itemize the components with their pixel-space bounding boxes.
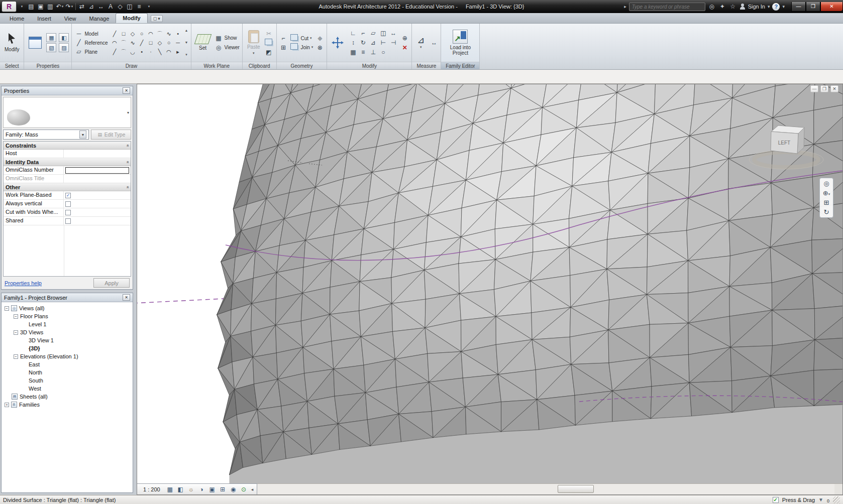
horizontal-scrollbar[interactable] [257,483,834,494]
pan-icon[interactable]: ⊞ [824,199,829,206]
measure-icon[interactable]: ⊿ [87,2,96,11]
help-dropdown-icon[interactable]: ▾ [782,4,785,9]
draw-tool-icon[interactable]: ╱ [138,39,146,47]
join-geometry-button[interactable]: Join▾ [290,43,313,51]
collapse-chevron-icon[interactable]: » [125,161,130,163]
text-icon[interactable]: A [106,2,115,11]
delete-icon[interactable]: ✕ [400,43,409,52]
draw-tool-icon[interactable]: • [174,30,182,38]
orbit-icon[interactable]: ↻ [824,208,829,216]
draw-tool-icon[interactable]: ◇ [129,30,137,38]
crop-view-icon[interactable]: ▣ [207,485,217,494]
apply-button[interactable]: Apply [93,278,130,288]
tree-item-south[interactable]: South [3,376,132,385]
project-browser-close-icon[interactable]: ✕ [123,294,130,301]
collapse-box-icon[interactable] [14,314,18,319]
view-minimize-icon[interactable]: — [810,85,818,92]
move-button[interactable] [330,36,346,49]
properties-palette-button[interactable] [27,36,44,49]
draw-tool-icon[interactable]: ⌒ [120,39,128,47]
visual-style-icon[interactable]: ◧ [176,485,185,494]
draw-panel-label[interactable]: Draw [72,62,190,69]
model-line-button[interactable]: ─Model [74,30,108,38]
type-selector-dropdown[interactable]: Family: Mass ▼ [3,130,89,140]
press-drag-checkbox[interactable] [773,497,779,503]
draw-tool-icon[interactable]: ╱ [111,48,119,56]
property-row-omniclass-title[interactable]: OmniClass Title [4,175,131,183]
tree-item-views[interactable]: ◎Views (all) [3,304,132,312]
collapse-chevron-icon[interactable]: » [125,186,130,188]
draw-tool-icon[interactable]: • [138,48,146,56]
tree-item-east[interactable]: East [3,360,132,368]
reference-plane-button[interactable]: ▱Plane [74,48,108,56]
modify-tool-icon[interactable]: ↕ [348,38,358,47]
default-3d-view-icon[interactable]: ◇ [116,2,125,11]
property-row-shared[interactable]: Shared [4,217,131,225]
search-input[interactable] [629,3,705,11]
clipboard-panel-label[interactable]: Clipboard [243,62,276,69]
scale-button[interactable]: 1 : 200 [139,485,164,494]
zoom-icon[interactable]: ⊕▾ [823,189,830,197]
app-menu-dropdown-icon[interactable]: ▾ [17,2,26,11]
qat-customize-icon[interactable]: ▾ [144,2,153,11]
draw-expand-icon[interactable]: ▾ [185,53,187,57]
demolish-icon[interactable]: ⊗ [315,43,324,52]
ribbon-display-toggle[interactable]: ◻ ▾ [151,15,163,22]
modify-tool-icon[interactable]: ∟ [348,29,358,38]
collapse-box-icon[interactable] [14,354,18,359]
collapse-chevron-icon[interactable]: » [125,144,130,147]
modify-tool-icon[interactable]: ≡ [358,48,368,57]
view-restore-icon[interactable]: ❐ [820,85,828,92]
sign-in-person-icon[interactable] [740,4,746,10]
property-row-cut-with-voids[interactable]: Cut with Voids Whe... [4,208,131,217]
view-close-icon[interactable]: ✕ [830,85,838,92]
preview-dropdown-icon[interactable]: ▾ [127,110,129,115]
viewcube-face-label[interactable]: LEFT [778,140,790,146]
full-navigation-wheel-icon[interactable]: ◎ [823,180,829,187]
tab-manage[interactable]: Manage [83,14,116,23]
other-section-header[interactable]: Other » [4,183,131,191]
minimize-button[interactable]: — [791,2,806,12]
tree-item-north[interactable]: North [3,368,132,376]
modify-tool-icon[interactable]: ⊣ [388,38,398,47]
property-row-always-vertical[interactable]: Always vertical [4,200,131,208]
select-panel-label[interactable]: Select [0,62,24,69]
show-work-plane-button[interactable]: ▦Show [215,34,240,42]
collapse-box-icon[interactable] [5,306,9,311]
draw-tool-icon[interactable]: ∿ [129,39,137,47]
tab-insert[interactable]: Insert [31,14,58,23]
draw-tool-icon[interactable]: ◇ [156,39,164,47]
modify-tool-icon[interactable]: ▱ [368,29,378,38]
type-properties-icon[interactable]: ◧ [59,33,69,42]
modify-panel-label[interactable]: Modify [327,62,411,69]
modify-tool-icon[interactable]: ○ [378,48,388,57]
draw-tool-icon[interactable]: · [147,48,155,56]
modify-tool-icon[interactable]: ↻ [358,38,368,47]
maximize-button[interactable]: ❐ [806,2,820,12]
omniclass-number-input[interactable] [65,167,129,174]
draw-scroll-down-icon[interactable]: ▼ [185,41,188,44]
draw-tool-icon[interactable]: □ [120,30,128,38]
sign-in-button[interactable]: Sign In [748,4,765,10]
sun-path-icon[interactable]: ☼ [186,485,196,494]
modify-tool-button[interactable]: Modify [3,32,21,53]
draw-tool-icon[interactable]: ◡ [129,48,137,56]
property-row-omniclass-number[interactable]: OmniClass Number [4,166,131,175]
expand-box-icon[interactable] [5,403,9,407]
redo-icon[interactable]: ↷▾ [65,2,74,11]
family-types-icon[interactable]: ▦ [46,33,56,42]
properties-panel-label[interactable]: Properties [24,62,71,69]
draw-tool-icon[interactable]: ⌒ [120,48,128,56]
work-plane-viewer-button[interactable]: ◎Viewer [215,43,240,52]
tree-item-west[interactable]: West [3,385,132,393]
property-row-host[interactable]: Host [4,150,131,158]
measure-panel-label[interactable]: Measure [412,62,441,69]
aligned-dim-icon[interactable]: ↔ [430,39,438,47]
type-preview[interactable]: ▾ [3,97,131,128]
reference-line-button[interactable]: ╱Reference [74,39,108,47]
draw-tool-icon[interactable]: ╲ [156,48,164,56]
wall-joins-icon[interactable]: ⊞ [279,43,288,52]
draw-scroll-up-icon[interactable]: ▲ [185,29,188,32]
filter-icon[interactable]: ▼ [818,497,823,502]
draw-tool-icon[interactable]: ▸ [174,48,182,56]
